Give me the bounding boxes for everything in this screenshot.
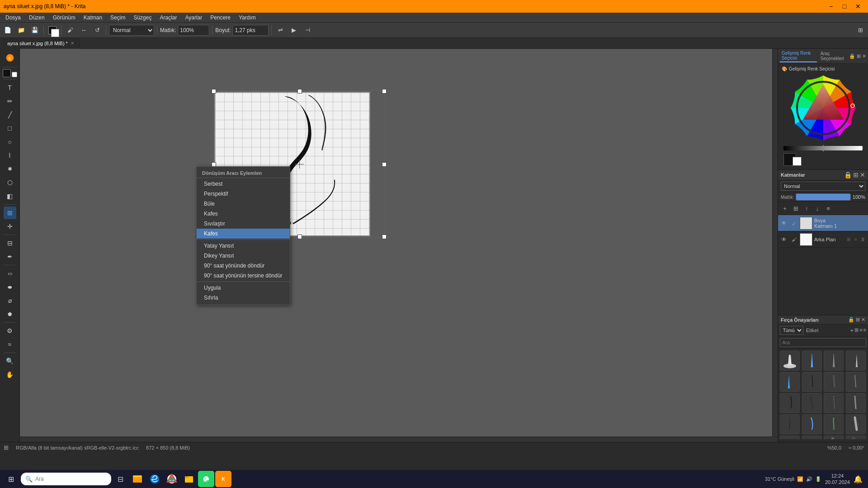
brushes-grid-icon[interactable]: ⊞: [854, 327, 859, 334]
ctx-buk[interactable]: Büle: [197, 199, 290, 209]
lasso-tool[interactable]: ⌀: [4, 294, 16, 307]
menu-ayarlar[interactable]: Ayarlar: [181, 14, 206, 22]
color-wheel-container[interactable]: [780, 72, 866, 145]
status-view-icon[interactable]: ⊞: [4, 444, 9, 451]
brushes-add-icon[interactable]: +: [850, 327, 854, 334]
horizontal-scrollbar[interactable]: [20, 436, 778, 442]
layers-close-icon[interactable]: ✕: [860, 171, 865, 178]
fg-tool[interactable]: [3, 69, 11, 77]
brush-item-12[interactable]: [846, 393, 866, 413]
ctx-rotate-ccw[interactable]: 90° saat yönünün tersine döndür: [197, 271, 290, 281]
brushes-more-icon[interactable]: ≡: [863, 327, 866, 334]
taskbar-files-icon[interactable]: [181, 471, 197, 487]
layer-item-bg[interactable]: 👁 🖌 Arka Plan ⊞ ≡ 🗑: [778, 231, 868, 248]
brush-item-15[interactable]: [824, 414, 844, 434]
brush-item-11[interactable]: [824, 393, 844, 413]
menu-yardim[interactable]: Yardım: [235, 14, 259, 22]
brushes-detach-icon[interactable]: ⊞: [856, 317, 860, 323]
brushes-lock-icon[interactable]: 🔒: [848, 317, 854, 323]
notifications-icon[interactable]: 🔔: [854, 475, 863, 483]
taskbar-search-box[interactable]: 🔍: [21, 473, 111, 485]
eyedropper-tool[interactable]: ✒: [4, 250, 16, 263]
opacity-bar[interactable]: [796, 193, 850, 201]
bg-tool[interactable]: [12, 72, 17, 77]
handle-bottom-right[interactable]: [382, 235, 387, 239]
ctx-sivilastir[interactable]: Sıvılaştır: [197, 219, 290, 229]
taskbar-whatsapp-icon[interactable]: [198, 471, 214, 487]
ctx-sifirla[interactable]: Sıfırla: [197, 293, 290, 303]
blend-mode-select[interactable]: Normal: [109, 25, 154, 36]
panel-toggle-icon[interactable]: ⊞: [854, 24, 866, 36]
brush-item-1[interactable]: [780, 351, 800, 371]
tab-close-icon[interactable]: ✕: [71, 41, 74, 46]
text-tool[interactable]: T: [4, 81, 16, 94]
brush-item-17[interactable]: [780, 436, 800, 439]
brush-item-10[interactable]: [802, 393, 822, 413]
fill-tool[interactable]: ⬡: [4, 176, 16, 189]
task-view-button[interactable]: ⊟: [112, 471, 128, 487]
menu-secim[interactable]: Seçim: [107, 14, 129, 22]
brush-item-18[interactable]: [802, 436, 822, 439]
ctx-yatay-yansit[interactable]: Yatay Yansıt: [197, 241, 290, 251]
move-tool[interactable]: ✛: [4, 220, 16, 233]
ctx-perspektif[interactable]: Perspektif: [197, 189, 290, 199]
brush-item-9[interactable]: [780, 393, 800, 413]
smart-patch-tool[interactable]: ⚙: [4, 324, 16, 337]
size-input[interactable]: [232, 25, 269, 36]
taskbar-chrome-icon[interactable]: [164, 471, 180, 487]
rect-tool[interactable]: □: [4, 122, 16, 135]
open-file-icon[interactable]: 📁: [15, 24, 27, 36]
move-layer-up-btn[interactable]: ↑: [802, 203, 811, 213]
menu-duzen[interactable]: Düzen: [25, 14, 48, 22]
layer-lock-icon[interactable]: 🔒: [844, 171, 852, 178]
add-layer-btn[interactable]: +: [780, 203, 790, 213]
close-button[interactable]: ✕: [852, 0, 864, 13]
value-slider[interactable]: [783, 146, 863, 150]
copy-layer-btn[interactable]: ⊞: [791, 203, 801, 213]
windows-start-button[interactable]: ⊞: [2, 470, 20, 488]
brush-item-5[interactable]: [780, 372, 800, 392]
line-tool[interactable]: ╱: [4, 108, 16, 121]
pan-tool[interactable]: ✋: [4, 368, 16, 381]
layers-detach-icon[interactable]: ⊞: [853, 171, 859, 178]
layer-bg-delete-icon[interactable]: 🗑: [860, 236, 866, 243]
path-tool[interactable]: ⌇: [4, 149, 16, 162]
layer-item-paint[interactable]: 👁 🖌 Boya Katmanı 1 ⊞ ≡ 🗑: [778, 215, 868, 231]
layer-copy-icon[interactable]: ⊞: [845, 220, 852, 226]
brush-search-input[interactable]: [780, 338, 866, 347]
panel-close-icon[interactable]: ✕: [862, 53, 866, 59]
handle-top-right[interactable]: [382, 89, 387, 94]
brushes-filter-select[interactable]: Tümü: [780, 326, 803, 335]
handle-middle-right[interactable]: [382, 162, 387, 167]
layer-vis-icon[interactable]: 👁: [780, 219, 788, 227]
clock[interactable]: 12:24 20.07.2024: [825, 473, 850, 486]
brush-item-13[interactable]: [780, 414, 800, 434]
tab-tool-options[interactable]: Araç Seçenekleri: [819, 50, 847, 62]
save-file-icon[interactable]: 💾: [29, 24, 41, 36]
more-layers-btn[interactable]: ≡: [823, 203, 833, 213]
ctx-kafes-1[interactable]: Kafes: [197, 209, 290, 219]
brushes-close-icon[interactable]: ✕: [861, 317, 865, 323]
panel-lock-icon[interactable]: 🔒: [849, 53, 855, 59]
brush-tool[interactable]: ✏: [4, 95, 16, 108]
brush-item-16[interactable]: [846, 414, 866, 434]
play-icon[interactable]: ▶: [288, 24, 300, 36]
ctx-dikey-yansit[interactable]: Dikey Yansıt: [197, 251, 290, 261]
crop-tool[interactable]: ⊟: [4, 237, 16, 249]
brush-item-14[interactable]: [802, 414, 822, 434]
layer-bg-menu-icon[interactable]: ≡: [853, 236, 859, 243]
menu-gorunum[interactable]: Görünüm: [49, 14, 79, 22]
gradient-tool[interactable]: ◧: [4, 190, 16, 202]
transform-tool[interactable]: ⊞: [4, 206, 16, 219]
color-wheel-svg[interactable]: [789, 74, 857, 142]
brush-item-7[interactable]: [824, 372, 844, 392]
opacity-input[interactable]: [178, 25, 209, 36]
new-file-icon[interactable]: 📄: [2, 24, 14, 36]
ellipse-tool[interactable]: ○: [4, 136, 16, 148]
taskbar-explorer-icon[interactable]: [129, 471, 146, 487]
refresh-icon[interactable]: ↺: [91, 24, 103, 36]
bg-color-preview[interactable]: [793, 157, 802, 166]
ctx-kafes-2[interactable]: Kafes: [197, 229, 290, 239]
brush-item-20[interactable]: [846, 436, 866, 439]
move-layer-down-btn[interactable]: ↓: [812, 203, 822, 213]
